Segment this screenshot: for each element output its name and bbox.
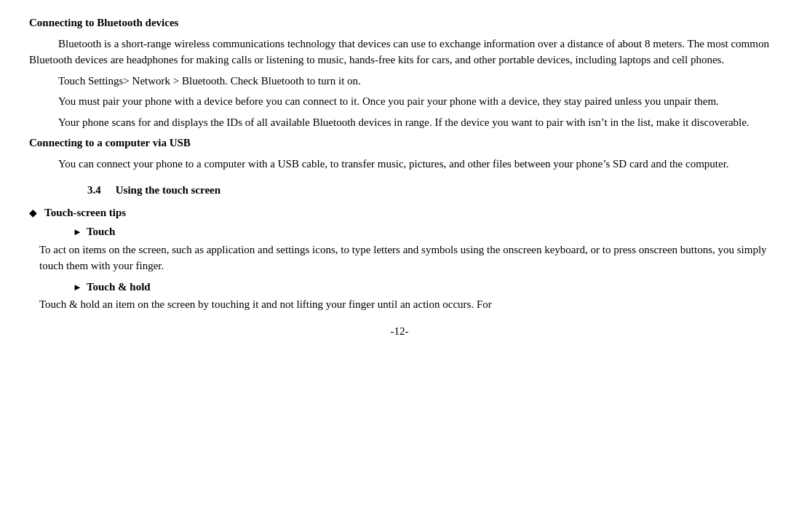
arrow-icon-touch: ►	[73, 225, 82, 239]
para-bluetooth-3: You must pair your phone with a device b…	[29, 93, 770, 110]
heading-bluetooth: Connecting to Bluetooth devices	[29, 15, 770, 31]
page-content: Connecting to Bluetooth devices Bluetoot…	[29, 15, 770, 339]
para-bluetooth-4: Your phone scans for and displays the ID…	[29, 114, 770, 131]
touch-sub-bullet: ► Touch	[73, 223, 770, 240]
touch-label: Touch	[87, 223, 115, 240]
section-number: 3.4	[87, 182, 101, 199]
diamond-icon: ◆	[29, 205, 37, 221]
touch-hold-label: Touch & hold	[87, 279, 151, 295]
section-title: Using the touch screen	[116, 182, 220, 199]
touch-hold-description: Touch & hold an item on the screen by to…	[39, 296, 770, 313]
touch-screen-section-header: 3.4 Using the touch screen	[29, 182, 770, 199]
para-usb-1: You can connect your phone to a computer…	[29, 156, 770, 172]
para-bluetooth-2: Touch Settings> Network > Bluetooth. Che…	[29, 73, 770, 90]
touch-tips-label: Touch-screen tips	[44, 205, 126, 221]
touch-screen-tips-bullet: ◆ Touch-screen tips	[29, 205, 770, 221]
touch-hold-sub-bullet: ► Touch & hold	[73, 279, 770, 295]
heading-usb: Connecting to a computer via USB	[29, 135, 770, 151]
page-number: -12-	[29, 323, 770, 340]
para-bluetooth-1: Bluetooth is a short-range wireless comm…	[29, 36, 770, 68]
touch-description: To act on items on the screen, such as a…	[39, 242, 770, 274]
arrow-icon-touch-hold: ►	[73, 280, 82, 295]
